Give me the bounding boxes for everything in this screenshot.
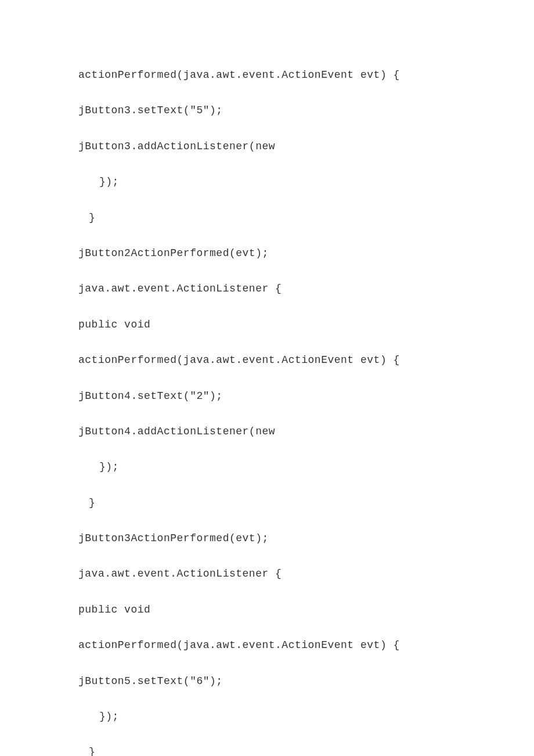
- code-line: });: [78, 460, 534, 474]
- code-line: });: [78, 710, 534, 723]
- code-line: jButton5.setText("6");: [78, 675, 534, 688]
- code-line: java.awt.event.ActionListener {: [78, 282, 534, 296]
- document-page: actionPerformed(java.awt.event.ActionEve…: [0, 0, 534, 756]
- code-line: jButton2ActionPerformed(evt);: [78, 247, 534, 260]
- code-line: }: [78, 211, 534, 225]
- code-line: jButton3.addActionListener(new: [78, 140, 534, 153]
- code-line: actionPerformed(java.awt.event.ActionEve…: [78, 69, 534, 82]
- code-line: jButton4.setText("2");: [78, 390, 534, 403]
- code-line: jButton4.addActionListener(new: [78, 425, 534, 438]
- code-line: }: [78, 496, 534, 510]
- code-line: actionPerformed(java.awt.event.ActionEve…: [78, 639, 534, 652]
- code-line: jButton3.setText("5");: [78, 104, 534, 117]
- code-line: actionPerformed(java.awt.event.ActionEve…: [78, 354, 534, 367]
- code-line: java.awt.event.ActionListener {: [78, 567, 534, 581]
- code-line: }: [78, 746, 534, 756]
- code-line: public void: [78, 603, 534, 617]
- code-line: });: [78, 175, 534, 189]
- code-line: public void: [78, 318, 534, 332]
- code-line: jButton3ActionPerformed(evt);: [78, 532, 534, 545]
